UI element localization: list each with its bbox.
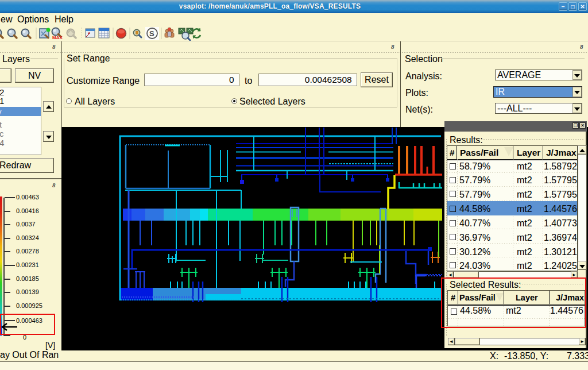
svg-text:S: S: [149, 29, 154, 38]
svg-text:MAX: MAX: [52, 35, 63, 40]
